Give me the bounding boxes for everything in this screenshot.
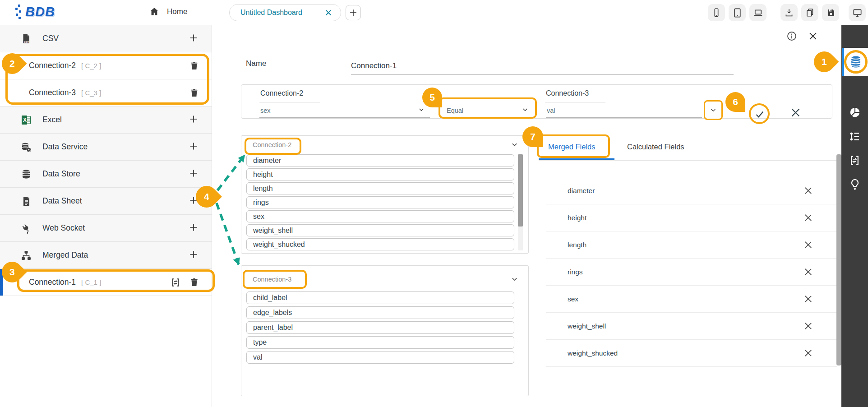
sidebar-item-excel[interactable]: X Excel: [0, 106, 212, 134]
draggable-field[interactable]: val: [246, 351, 514, 364]
info-icon[interactable]: [786, 31, 797, 43]
bdb-dashboard-app: BDB Home Untitled Dashboard: [0, 0, 868, 407]
laptop-icon: [753, 8, 763, 18]
merged-field-label: rings: [568, 268, 583, 276]
left-field-select-value[interactable]: sex: [260, 107, 271, 114]
sidebar-item-connection-1[interactable]: Connection-1 [ C_1 ]: [0, 269, 212, 296]
sidebar-item-data-service[interactable]: Data Service: [0, 134, 212, 161]
main-scrollbar-thumb[interactable]: [836, 154, 841, 365]
add-data-store-button[interactable]: [188, 168, 199, 180]
merge-tree-icon: [21, 250, 32, 261]
plus-icon: [348, 8, 358, 18]
chevron-down-icon[interactable]: [511, 141, 518, 150]
remove-field-icon[interactable]: [803, 294, 813, 304]
add-dashboard-tab-button[interactable]: [346, 5, 361, 20]
swap-data-button[interactable]: [841, 155, 868, 166]
tab-merged-fields[interactable]: Merged Fields: [548, 143, 596, 151]
draggable-field[interactable]: diameter: [246, 154, 514, 166]
delete-trash-icon[interactable]: [189, 278, 199, 287]
csv-file-icon: CSV: [21, 33, 32, 44]
remove-field-icon[interactable]: [803, 213, 813, 223]
sidebar-item-label: Merged Data: [42, 250, 88, 260]
swap-refresh-icon[interactable]: [171, 278, 180, 287]
preview-laptop-button[interactable]: [749, 4, 766, 21]
insights-button[interactable]: [841, 178, 868, 190]
right-field-underline: [546, 117, 702, 118]
topbar: BDB Home Untitled Dashboard: [0, 0, 868, 25]
plus-icon: [188, 114, 199, 125]
sidebar-item-data-sheet[interactable]: Data Sheet: [0, 188, 212, 215]
chevron-down-icon[interactable]: [710, 106, 717, 114]
operator-select-value[interactable]: Equal: [447, 107, 463, 114]
row-spacing-button[interactable]: [841, 130, 868, 143]
draggable-field[interactable]: length: [246, 182, 514, 194]
chevron-down-icon[interactable]: [418, 106, 425, 115]
draggable-field[interactable]: rings: [246, 196, 514, 208]
operator-underline: [446, 117, 531, 118]
remove-field-icon[interactable]: [803, 240, 813, 250]
sidebar-item-csv[interactable]: CSV CSV: [0, 25, 212, 52]
delete-trash-icon[interactable]: [189, 61, 199, 70]
phone-icon: [711, 8, 721, 18]
sidebar-item-connection-3[interactable]: Connection-3 [ C_3 ]: [0, 79, 212, 106]
home-button[interactable]: Home: [149, 6, 187, 17]
excel-icon: X: [21, 115, 32, 125]
merged-field-row: rings: [546, 259, 837, 286]
preview-tablet-button[interactable]: [729, 4, 746, 21]
source-field-list: child_label edge_labels parent_label typ…: [246, 291, 514, 366]
draggable-field[interactable]: weight_shucked: [246, 238, 514, 250]
copy-button[interactable]: [801, 4, 818, 21]
draggable-field[interactable]: type: [246, 336, 514, 349]
save-button[interactable]: [822, 4, 839, 21]
dashboard-tab[interactable]: Untitled Dashboard: [229, 4, 341, 21]
download-icon: [784, 8, 794, 18]
merged-field-label: diameter: [568, 187, 595, 195]
draggable-field[interactable]: child_label: [246, 291, 514, 304]
connection-name-input[interactable]: [351, 57, 734, 75]
right-source-label: Connection-3: [546, 89, 589, 97]
add-excel-button[interactable]: [188, 114, 199, 126]
right-field-select-value[interactable]: val: [547, 107, 555, 114]
sidebar-item-merged-data[interactable]: Merged Data: [0, 242, 212, 269]
preview-phone-button[interactable]: [708, 4, 725, 21]
source-panel-title[interactable]: Connection-2: [253, 141, 291, 148]
remove-field-icon[interactable]: [803, 321, 813, 331]
sidebar-item-label: Data Store: [42, 169, 80, 179]
preview-monitor-button[interactable]: [849, 4, 866, 21]
left-field-underline: [259, 117, 430, 118]
merged-field-label: weight_shucked: [568, 349, 618, 357]
download-button[interactable]: [780, 4, 798, 21]
chart-settings-button[interactable]: [841, 106, 868, 118]
database-icon: [21, 169, 32, 180]
remove-field-icon[interactable]: [803, 185, 813, 196]
draggable-field[interactable]: parent_label: [246, 321, 514, 334]
sidebar-item-connection-2[interactable]: Connection-2 [ C_2 ]: [0, 52, 212, 79]
remove-field-icon[interactable]: [803, 348, 813, 358]
sidebar-item-data-store[interactable]: Data Store: [0, 161, 212, 188]
tablet-icon: [732, 8, 743, 18]
add-web-socket-button[interactable]: [188, 222, 199, 235]
draggable-field[interactable]: sex: [246, 210, 514, 222]
draggable-field[interactable]: height: [246, 168, 514, 180]
add-merged-data-button[interactable]: [188, 249, 199, 262]
sidebar-item-web-socket[interactable]: Web Socket: [0, 215, 212, 242]
delete-trash-icon[interactable]: [189, 88, 199, 97]
remove-condition-icon[interactable]: [790, 106, 802, 120]
draggable-field[interactable]: weight_shell: [246, 224, 514, 236]
remove-field-icon[interactable]: [803, 267, 813, 277]
tab-close-icon[interactable]: [324, 9, 332, 17]
tab-calculated-fields[interactable]: Calculated Fields: [627, 143, 684, 151]
add-data-service-button[interactable]: [188, 141, 199, 153]
chevron-down-icon[interactable]: [522, 106, 529, 115]
panel-scrollbar-thumb[interactable]: [518, 154, 523, 227]
draggable-field[interactable]: edge_labels: [246, 306, 514, 319]
add-csv-button[interactable]: [188, 32, 199, 45]
datasource-sidebar: CSV CSV Connection-2 [ C_2 ] Connection-…: [0, 25, 212, 407]
close-panel-icon[interactable]: [808, 31, 818, 43]
connection-label: Connection-2: [29, 61, 76, 70]
source-panel-title[interactable]: Connection-3: [253, 276, 291, 283]
data-connections-button[interactable]: [848, 54, 863, 72]
bdb-logo[interactable]: BDB: [15, 4, 55, 20]
chevron-down-icon[interactable]: [511, 275, 518, 285]
merged-field-row: diameter: [546, 177, 837, 204]
